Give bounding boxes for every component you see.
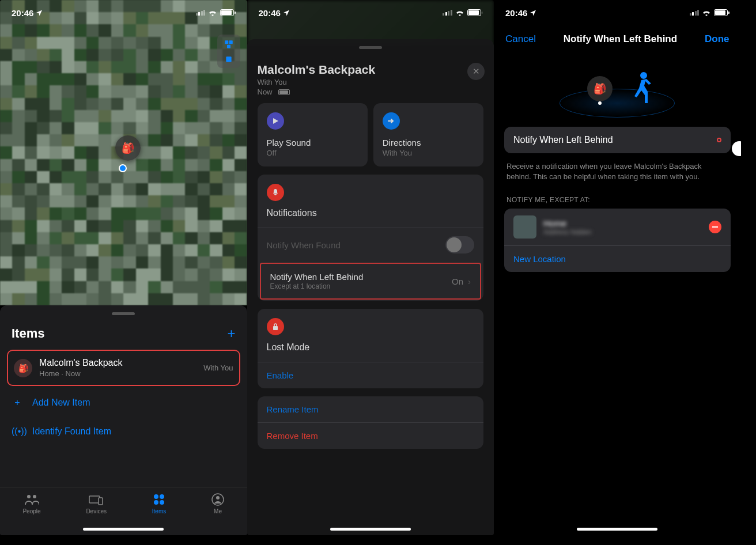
signal-icon — [443, 10, 452, 16]
home-indicator[interactable] — [83, 528, 164, 531]
nav-title: Notify When Left Behind — [564, 33, 677, 45]
notify-toggle-row: Notify When Left Behind — [504, 127, 731, 153]
home-indicator[interactable] — [577, 528, 657, 531]
done-button[interactable]: Done — [705, 33, 729, 45]
wifi-icon — [702, 9, 711, 16]
notifications-section: Notifications Notify When Found Notify W… — [258, 175, 484, 301]
chevron-right-icon: › — [468, 277, 471, 286]
cancel-button[interactable]: Cancel — [505, 33, 536, 45]
svg-point-10 — [154, 500, 158, 505]
location-arrow-icon — [530, 9, 536, 16]
lost-mode-section: Lost Mode Enable — [258, 309, 484, 388]
svg-rect-7 — [99, 498, 103, 505]
toggle-label: Notify When Left Behind — [513, 135, 613, 145]
locate-icon[interactable] — [225, 55, 233, 63]
battery-icon — [220, 9, 236, 16]
phone-items-list: 🎒 20:46 Items + 🎒 Malcolm's Backpack Hom… — [0, 0, 247, 535]
phone-notify-settings: 20:46 Cancel Notify When Left Behind Don… — [494, 0, 741, 535]
item-icon: 🎒 — [14, 359, 32, 377]
plus-icon: + — [12, 398, 23, 408]
item-actions-section: Rename Item Remove Item — [258, 396, 484, 449]
identify-found-item-link[interactable]: ((•)) Identify Found Item — [0, 417, 247, 446]
svg-rect-3 — [226, 56, 231, 62]
enable-lost-mode-link[interactable]: Enable — [258, 362, 484, 388]
item-detail-sheet: ✕ Malcolm's Backpack With You Now Play S… — [247, 39, 494, 535]
status-time: 20:46 — [12, 8, 33, 18]
status-bar: 20:46 — [494, 0, 741, 25]
play-icon — [267, 112, 284, 130]
svg-point-13 — [216, 496, 220, 499]
item-status: With You — [203, 364, 233, 372]
item-name: Malcolm's Backpack — [39, 358, 196, 368]
radar-icon: ((•)) — [12, 426, 23, 437]
svg-rect-0 — [225, 40, 228, 44]
battery-icon — [467, 9, 483, 16]
nav-bar: Cancel Notify When Left Behind Done — [494, 25, 741, 53]
signal-icon — [196, 10, 206, 16]
svg-point-15 — [640, 72, 647, 79]
people-icon — [24, 492, 39, 507]
battery-icon — [714, 9, 729, 16]
phone-item-detail: 20:46 ✕ Malcolm's Backpack With You Now … — [247, 0, 494, 535]
backpack-icon: 🎒 — [122, 142, 134, 154]
notify-when-found-row: Notify When Found — [258, 228, 484, 262]
add-icon[interactable]: + — [227, 326, 235, 342]
svg-point-8 — [154, 494, 158, 499]
location-arrow-icon — [283, 9, 290, 16]
devices-icon — [88, 492, 104, 507]
wifi-icon — [208, 9, 217, 16]
lock-icon — [267, 318, 284, 335]
add-new-item-link[interactable]: + Add New Item — [0, 388, 247, 417]
bell-icon — [267, 184, 284, 201]
sheet-grabber[interactable] — [112, 312, 135, 315]
status-time: 20:46 — [259, 8, 281, 18]
home-indicator[interactable] — [330, 528, 411, 531]
svg-point-11 — [160, 500, 164, 505]
item-battery-icon — [278, 89, 290, 95]
me-icon — [211, 492, 224, 507]
current-location-dot — [119, 164, 127, 172]
svg-point-9 — [160, 494, 164, 499]
map-view[interactable]: 🎒 — [0, 0, 247, 305]
notify-left-behind-row[interactable]: Notify When Left Behind Except at 1 loca… — [260, 263, 482, 300]
svg-point-5 — [33, 495, 36, 498]
svg-rect-2 — [227, 45, 230, 48]
status-bar: 20:46 — [0, 0, 247, 25]
location-arrow-icon — [36, 9, 43, 16]
map-controls — [217, 35, 240, 68]
play-sound-card[interactable]: Play Sound Off — [258, 103, 368, 166]
backpack-icon: 🎒 — [587, 76, 613, 101]
map-mode-icon[interactable] — [224, 39, 234, 50]
item-row[interactable]: 🎒 Malcolm's Backpack Home · Now With You — [7, 350, 240, 386]
notify-found-toggle — [445, 236, 474, 253]
svg-rect-14 — [273, 326, 278, 330]
location-thumbnail — [513, 215, 536, 239]
item-title: Malcolm's Backpack — [258, 63, 484, 77]
delete-location-button[interactable] — [709, 221, 721, 233]
tab-people[interactable]: People — [22, 492, 40, 535]
item-map-marker[interactable]: 🎒 — [115, 135, 141, 161]
directions-icon — [383, 112, 400, 130]
remove-item-link[interactable]: Remove Item — [258, 422, 484, 449]
hero-illustration: 🎒 — [494, 53, 741, 122]
items-panel: Items + 🎒 Malcolm's Backpack Home · Now … — [0, 305, 247, 535]
wifi-icon — [455, 9, 464, 16]
signal-icon — [690, 10, 700, 16]
sheet-grabber[interactable] — [359, 46, 382, 49]
rename-item-link[interactable]: Rename Item — [258, 396, 484, 422]
item-sub: Home · Now — [39, 369, 196, 378]
tab-me[interactable]: Me — [211, 492, 224, 535]
close-button[interactable]: ✕ — [467, 63, 485, 80]
new-location-link[interactable]: New Location — [504, 245, 731, 272]
items-icon — [153, 492, 165, 507]
status-bar: 20:46 — [247, 0, 494, 25]
items-title: Items — [12, 326, 44, 341]
walking-person-icon — [629, 71, 652, 112]
except-header: NOTIFY ME, EXCEPT AT: — [494, 186, 741, 209]
help-text: Receive a notification when you leave Ma… — [494, 158, 741, 186]
status-time: 20:46 — [505, 8, 527, 18]
exception-location-row[interactable]: Home Address hidden — [504, 209, 731, 245]
directions-card[interactable]: Directions With You — [373, 103, 483, 166]
svg-point-4 — [27, 495, 31, 498]
svg-rect-1 — [229, 40, 232, 44]
